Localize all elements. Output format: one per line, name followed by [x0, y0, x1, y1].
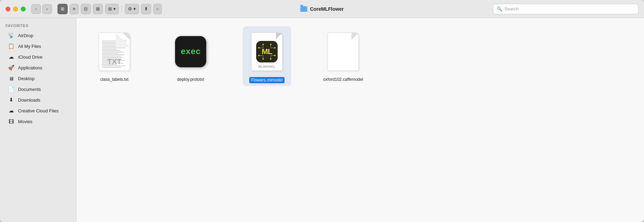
file-item-flowers-mlmodel[interactable]: ML MLMODEL Flowers.mlmodel: [243, 26, 291, 86]
forward-icon: ›: [46, 6, 48, 11]
main-content: TXT class_labels.txt exec deploy.prototx…: [76, 18, 644, 222]
sidebar-item-creative-cloud[interactable]: ☁ Creative Cloud Files: [2, 105, 74, 116]
folder-icon: [300, 6, 307, 12]
nav-buttons: ‹ ›: [31, 4, 52, 14]
group-icon: ⊞: [108, 6, 112, 11]
sidebar-item-downloads[interactable]: ⬇ Downloads: [2, 95, 74, 105]
minimize-button[interactable]: [13, 7, 18, 11]
forward-button[interactable]: ›: [42, 4, 52, 14]
share-icon: ⬆: [144, 6, 148, 11]
search-placeholder: Search: [504, 6, 519, 11]
file-name-deploy: deploy.prototxt: [177, 77, 204, 82]
svg-point-16: [274, 55, 276, 56]
list-view-icon: ≡: [73, 6, 76, 11]
file-icon-class-labels: TXT: [95, 29, 133, 74]
airdrop-icon: 📡: [8, 32, 15, 39]
all-files-icon: 📋: [8, 43, 15, 50]
tag-button[interactable]: ○: [153, 4, 162, 14]
window-title: CoreMLFlower: [310, 6, 343, 12]
creative-cloud-icon: ☁: [8, 107, 15, 114]
toolbar-divider: [122, 6, 122, 12]
close-button[interactable]: [6, 7, 10, 11]
column-view-icon: ⊟: [84, 6, 88, 11]
mlmodel-doc-icon: ML MLMODEL: [251, 33, 282, 71]
sidebar-item-documents[interactable]: 📄 Documents: [2, 84, 74, 94]
view-controls: ⊞ ≡ ⊟ ⊠ ⊞ ▾ ⚙ ▾ ⬆ ○: [58, 4, 162, 14]
file-item-deploy-prototxt[interactable]: exec deploy.prototxt: [166, 26, 215, 85]
search-icon: 🔍: [497, 6, 502, 11]
svg-point-10: [270, 44, 271, 45]
sidebar-section-favorites: Favorites: [0, 24, 76, 30]
action-button[interactable]: ⚙ ▾: [125, 4, 139, 14]
view-column-button[interactable]: ⊟: [81, 4, 91, 14]
sidebar-item-label: Downloads: [18, 97, 40, 103]
view-gallery-button[interactable]: ⊠: [93, 4, 103, 14]
doc-fold: [276, 33, 282, 39]
sidebar-item-label: Desktop: [18, 76, 35, 81]
applications-icon: 🚀: [8, 64, 15, 71]
txt-file-icon: TXT: [99, 33, 130, 71]
traffic-lights: [6, 7, 26, 11]
titlebar: ‹ › ⊞ ≡ ⊟ ⊠ ⊞ ▾: [0, 0, 644, 18]
group-chevron: ▾: [113, 6, 116, 11]
ml-text: ML: [262, 47, 272, 56]
file-icon-flowers: ML MLMODEL: [248, 29, 286, 74]
sidebar-item-desktop[interactable]: 🖥 Desktop: [2, 73, 74, 84]
sidebar-item-movies[interactable]: 🎞 Movies: [2, 116, 74, 127]
tag-icon: ○: [156, 6, 159, 11]
sidebar-item-label: Movies: [18, 119, 32, 124]
view-icon-button[interactable]: ⊞: [58, 4, 68, 14]
icloud-icon: ☁: [8, 53, 15, 60]
svg-point-13: [258, 47, 260, 49]
svg-point-9: [262, 44, 264, 45]
sidebar-item-airdrop[interactable]: 📡 AirDrop: [2, 30, 74, 41]
finder-window: ‹ › ⊞ ≡ ⊟ ⊠ ⊞ ▾: [0, 0, 644, 222]
file-item-oxford-caffemodel[interactable]: oxford102.caffemodel: [319, 26, 367, 85]
file-icon-deploy: exec: [172, 29, 210, 74]
maximize-button[interactable]: [21, 7, 26, 11]
file-name-oxford: oxford102.caffemodel: [323, 77, 363, 82]
sidebar-item-label: Applications: [18, 65, 42, 70]
svg-point-15: [258, 55, 260, 56]
group-button[interactable]: ⊞ ▾: [105, 4, 119, 14]
view-list-button[interactable]: ≡: [70, 4, 79, 14]
file-name-class-labels: class_labels.txt: [100, 77, 128, 82]
sidebar-item-label: AirDrop: [18, 33, 33, 38]
exec-file-icon: exec: [175, 36, 206, 67]
caffemodel-file-icon: [328, 33, 359, 71]
svg-point-12: [270, 58, 271, 60]
sidebar-item-label: All My Files: [18, 44, 41, 49]
sidebar-item-label: iCloud Drive: [18, 54, 43, 60]
sidebar-item-label: Documents: [18, 87, 41, 92]
sidebar-item-label: Creative Cloud Files: [18, 108, 59, 113]
share-button[interactable]: ⬆: [141, 4, 151, 14]
file-item-class-labels[interactable]: TXT class_labels.txt: [90, 26, 139, 85]
txt-extension-label: TXT: [107, 57, 122, 66]
gallery-view-icon: ⊠: [96, 6, 100, 11]
movies-icon: 🎞: [8, 118, 15, 125]
back-icon: ‹: [35, 6, 37, 11]
sidebar-item-applications[interactable]: 🚀 Applications: [2, 62, 74, 73]
downloads-icon: ⬇: [8, 96, 15, 103]
action-chevron: ▾: [133, 6, 136, 11]
file-name-flowers: Flowers.mlmodel: [249, 77, 285, 83]
sidebar-item-all-my-files[interactable]: 📋 All My Files: [2, 41, 74, 51]
svg-point-11: [262, 58, 264, 60]
sidebar-item-icloud-drive[interactable]: ☁ iCloud Drive: [2, 52, 74, 62]
gear-icon: ⚙: [128, 6, 132, 11]
window-body: Favorites 📡 AirDrop 📋 All My Files ☁ iCl…: [0, 18, 644, 222]
window-title-area: CoreMLFlower: [300, 6, 343, 12]
search-box[interactable]: 🔍 Search: [493, 4, 638, 14]
documents-icon: 📄: [8, 86, 15, 93]
ml-app-icon: ML: [256, 41, 278, 62]
back-button[interactable]: ‹: [31, 4, 41, 14]
svg-point-14: [274, 47, 276, 49]
file-icon-oxford: [324, 29, 362, 74]
mlmodel-extension-label: MLMODEL: [259, 65, 276, 68]
grid-view-icon: ⊞: [61, 6, 64, 11]
exec-text: exec: [181, 47, 201, 57]
desktop-icon: 🖥: [8, 75, 15, 82]
sidebar: Favorites 📡 AirDrop 📋 All My Files ☁ iCl…: [0, 18, 76, 222]
